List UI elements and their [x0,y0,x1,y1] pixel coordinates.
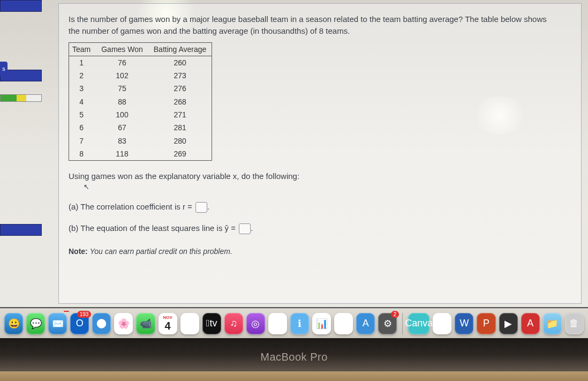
part-a-text: (a) The correlation coefficient is r = [69,202,192,211]
calendar-day: 4 [165,320,171,332]
left-sidebar [0,0,56,307]
appletv-icon[interactable]: tv [202,313,221,334]
cursor-icon: ↖ [84,182,570,192]
outlook-icon[interactable]: O [70,313,89,334]
table-cell: 276 [148,82,212,95]
instruction-line: Using games won as the explanatory varia… [69,170,570,192]
calendar-icon[interactable]: NOV 4 [159,313,177,334]
part-a: (a) The correlation coefficient is r = . [69,201,570,213]
table-cell: 271 [148,108,212,121]
table-cell: 83 [96,135,148,147]
table-cell: 280 [148,135,212,147]
finder-icon[interactable]: 😀 [4,313,23,334]
note-line: Note: You can earn partial credit on thi… [69,246,570,257]
table-cell: 4 [69,95,96,108]
col-team: Team [69,42,96,56]
browser-screen: s Is the number of games won by a major … [0,0,588,308]
downloads-folder-icon[interactable]: 📁 [543,313,562,334]
table-row: 488268 [69,95,212,108]
table-cell: 281 [148,121,212,134]
problem-panel: Is the number of games won by a major le… [58,3,582,304]
dock-separator [402,313,403,334]
problem-prompt: Is the number of games won by a major le… [69,13,570,37]
table-row: 2102273 [69,69,212,82]
table-cell: 2 [69,69,96,82]
canva-icon[interactable]: Canva [408,313,429,334]
microsoft-icon[interactable]: ▦ [433,313,451,334]
note-label: Note: [69,247,88,256]
col-games: Games Won [96,42,148,56]
table-cell: 8 [69,147,96,161]
table-cell: 76 [96,56,148,69]
photos-icon[interactable]: 🌸 [114,313,133,334]
podcasts-icon[interactable]: ◎ [246,313,265,334]
appstore-icon[interactable]: A [356,313,375,334]
table-cell: 268 [148,95,212,108]
device-label: MacBook Pro [260,351,328,363]
table-cell: 6 [69,121,96,134]
table-cell: 7 [69,135,96,147]
prompt-line-1: Is the number of games won by a major le… [69,14,547,24]
numbers-icon[interactable]: 📊 [312,313,331,334]
word-icon[interactable]: W [455,313,473,334]
table-row: 783280 [69,135,212,147]
table-row: 5100271 [69,108,212,121]
nav-block-1[interactable] [0,0,42,12]
side-tab[interactable]: s [0,62,7,76]
table-cell: 269 [148,147,212,161]
table-row: 375276 [69,82,212,95]
table-cell: 3 [69,82,96,95]
progress-bar [0,94,42,102]
desk-surface [0,371,588,381]
table-cell: 260 [148,56,212,69]
powerpoint-icon[interactable]: P [477,313,495,334]
pages-icon[interactable]: ✎ [334,313,353,334]
part-b: (b) The equation of the least squares li… [69,222,570,234]
table-cell: 88 [96,95,148,108]
col-batting: Batting Average [148,42,212,56]
trash-icon[interactable]: 🗑 [565,313,584,334]
messages-icon[interactable]: 💬 [26,313,45,334]
safari-icon[interactable] [92,313,111,334]
table-cell: 118 [96,147,148,161]
info-icon[interactable]: ℹ [290,313,309,334]
answer-input-a[interactable] [195,202,207,213]
calendar-month: NOV [163,315,172,320]
system-settings-icon[interactable]: ⚙ [378,313,397,334]
table-cell: 102 [96,69,148,82]
music-icon[interactable]: ♫ [224,313,243,334]
keynote-icon[interactable]: ▶ [499,313,518,334]
macos-dock: 😀 💬 ✉️ O 🌸 📹 NOV 4 ☰ tv ♫ ◎ N ℹ 📊 ✎ A ⚙… [0,308,588,338]
acrobat-icon[interactable]: A [521,313,540,334]
mail-icon[interactable]: ✉️ [48,313,67,334]
data-table: Team Games Won Batting Average 176260210… [69,42,212,161]
nav-block-3[interactable] [0,224,42,236]
table-row: 8118269 [69,147,212,161]
table-cell: 75 [96,82,148,95]
table-cell: 67 [96,121,148,134]
reminders-icon[interactable]: ☰ [180,313,199,334]
table-row: 667281 [69,121,212,134]
facetime-icon[interactable]: 📹 [136,313,155,334]
table-cell: 1 [69,56,96,69]
table-cell: 100 [96,108,148,121]
note-text: You can earn partial credit on this prob… [90,247,232,256]
instruction-text: Using games won as the explanatory varia… [69,171,299,181]
part-b-text: (b) The equation of the least squares li… [69,223,236,233]
table-row: 176260 [69,56,212,69]
table-cell: 5 [69,108,96,121]
table-cell: 273 [148,69,212,82]
prompt-line-2: the number of games won and the batting … [69,26,350,35]
news-icon[interactable]: N [268,313,287,334]
answer-input-b[interactable] [239,223,251,234]
table-header-row: Team Games Won Batting Average [69,42,212,56]
